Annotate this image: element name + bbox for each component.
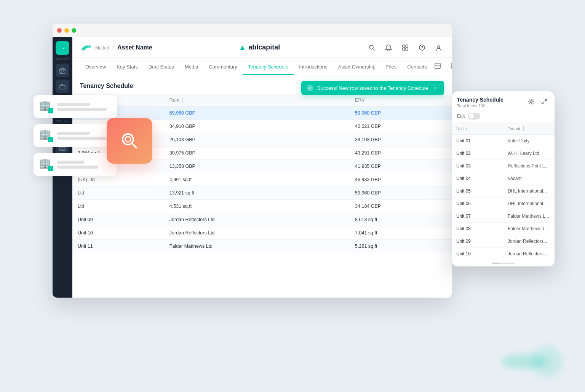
td-unit-8: Unit 09 [72, 213, 164, 226]
rp-table-header: Unit ↓ Tenant [452, 123, 555, 135]
svg-point-24 [438, 46, 440, 48]
sidebar-nav-arrow[interactable]: → [56, 41, 69, 55]
brand-animal-logo [80, 43, 92, 53]
rp-tenant-9: Jordan Reflectors... [503, 248, 555, 260]
building-badge-2: + [48, 137, 53, 142]
rp-title: Tenancy Schedule [457, 97, 503, 103]
td-area-7: 4,531 sq.ft [164, 199, 350, 213]
building-badge-3: + [48, 166, 53, 171]
th-erv-label: ERV [355, 97, 364, 103]
td-tenant-11: DHL International (UK) Ltd [164, 253, 350, 256]
td-erv-4: 41,935 GBP [350, 159, 452, 173]
asset-name: Asset Name [117, 44, 152, 51]
rp-scrollbar [452, 260, 555, 266]
td-erv-3: 43,291 GBP [350, 146, 452, 159]
rp-scroll-track[interactable] [492, 263, 515, 264]
td-rent-3: 30,975 GBP [164, 146, 350, 159]
td-unit-10: Unit 11 [72, 239, 164, 253]
svg-rect-7 [60, 85, 65, 89]
brand-logo: ▲ ablcapital [238, 43, 280, 52]
rp-row-8: Unit 09 Jordan Reflectors... [452, 235, 555, 248]
svg-rect-18 [403, 45, 405, 47]
nav-overview[interactable]: Overview [80, 64, 111, 75]
rp-row-3: Unit 04 Vacant [452, 172, 555, 185]
list-card-2: 🏢 + [34, 124, 117, 147]
nav-media[interactable]: Media [179, 64, 203, 75]
rp-unit-0: Unit 01 [452, 135, 503, 147]
nav-tenancy-schedule[interactable]: Tenancy Schedule [243, 64, 294, 75]
sub-nav-right [432, 61, 452, 75]
user-btn[interactable] [433, 42, 444, 53]
td-area-11: 10,420 sq.ft [350, 253, 452, 256]
traffic-light-yellow[interactable] [64, 28, 69, 33]
td-area-6: 13,921 sq.ft [164, 186, 350, 199]
nav-files[interactable]: Files [381, 64, 402, 75]
layout-toggle-btn[interactable] [432, 61, 443, 71]
td-rent-4: 13,358 GBP [164, 159, 350, 173]
rp-row-7: Unit 08 Falder Matthews L... [452, 223, 555, 235]
toast-check-icon: ✓ [307, 84, 313, 91]
sort-down-icon[interactable]: ↓ [465, 126, 468, 131]
list-cards-container: 🏢 + 🏢 + 🏢 + [34, 95, 117, 176]
nav-deal-status[interactable]: Deal Status [143, 64, 179, 75]
rp-unit-6: Unit 07 [452, 210, 503, 222]
rp-edit-toggle[interactable] [468, 113, 480, 120]
toggle-knob [469, 113, 474, 119]
bell-btn[interactable] [383, 42, 394, 53]
nav-contacts[interactable]: Contacts [402, 64, 432, 75]
td-rent-1: 34,910 GBP [164, 120, 350, 133]
table-row: Unit 10 Jordan Reflectors Ltd 7,041 sq.f… [72, 226, 452, 239]
traffic-light-green[interactable] [72, 28, 76, 33]
rp-settings-btn[interactable] [526, 97, 536, 107]
td-tenant-10: Falder Matthews Ltd [164, 239, 350, 253]
sub-nav: Overview Key Stats Deal Status Media Com… [72, 58, 452, 75]
ts-title: Tenancy Schedule [80, 83, 133, 89]
search-icon [119, 130, 140, 151]
toast-message: Success! New row saved to the Tenancy Sc… [317, 85, 428, 91]
traffic-light-red[interactable] [57, 28, 62, 33]
line-2 [57, 108, 107, 111]
help-btn[interactable]: ? [417, 42, 427, 53]
sidebar-nav-buildings[interactable] [56, 64, 69, 77]
building-icon-2: 🏢 + [39, 129, 53, 142]
browser-titlebar [53, 24, 452, 37]
td-erv-2: 39,103 GBP [350, 133, 452, 146]
card-2-lines [57, 132, 112, 140]
rp-tenant-2: Reflections Print L... [503, 160, 555, 172]
rp-row-1: Unit 02 W. H. Leary Ltd [452, 147, 555, 160]
app-header: Market / Asset Name ▲ ablcapital [72, 37, 452, 58]
rp-row-0: Unit 01 Valor Daily [452, 135, 555, 147]
content-area: ✓ Success! New row saved to the Tenancy … [72, 75, 452, 298]
svg-rect-19 [406, 45, 408, 47]
rp-row-2: Unit 03 Reflections Print L... [452, 160, 555, 172]
building-icon-3: 🏢 + [39, 158, 53, 171]
nav-key-stats[interactable]: Key Stats [111, 64, 143, 75]
rp-th-unit-label: Unit [456, 126, 464, 131]
brand-name: ablcapital [248, 43, 280, 51]
more-options-btn[interactable] [446, 61, 452, 71]
rp-col-divider [523, 126, 524, 131]
td-erv-1: 42,021 GBP [350, 120, 452, 133]
table-row: Unit 12 DHL International (UK) Ltd 10,42… [72, 253, 452, 256]
header-actions: ? [366, 42, 444, 53]
brand-icon: ▲ [238, 43, 246, 52]
table-row: 4,531 sq.ft 59,960 GBP 59,960 GBP [72, 106, 452, 120]
rp-expand-btn[interactable] [539, 97, 549, 107]
search-card [107, 118, 152, 164]
header-logo-area: Market / Asset Name [80, 43, 152, 53]
search-header-btn[interactable] [366, 42, 377, 53]
rp-tenant-6: Falder Matthews L... [503, 210, 555, 222]
td-erv-0: 59,960 GBP [350, 106, 452, 120]
sidebar-nav-briefcase[interactable] [56, 80, 69, 93]
nav-asset-ownership[interactable]: Asset Ownership [333, 64, 381, 75]
table-row: Ltd 4,531 sq.ft 34,184 GBP [72, 199, 452, 213]
breadcrumb-separator: / [112, 44, 114, 51]
nav-commentary[interactable]: Commentary [203, 64, 242, 75]
main-content: Market / Asset Name ▲ ablcapital [72, 37, 452, 298]
grid-btn[interactable] [400, 42, 411, 53]
nav-introductions[interactable]: Introductions [294, 64, 332, 75]
toast-close-btn[interactable]: × [432, 84, 439, 91]
line-4 [57, 137, 112, 140]
line-5 [57, 161, 85, 164]
td-rent-5: 46,933 GBP [350, 173, 452, 186]
